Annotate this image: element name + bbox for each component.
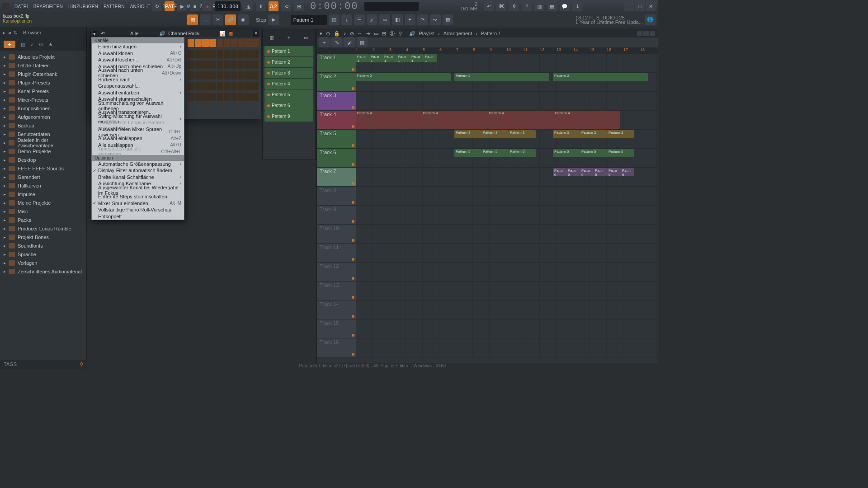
step-cell[interactable] xyxy=(224,71,231,80)
menu-item[interactable]: Auswahl einfärben› xyxy=(92,89,184,96)
track-header[interactable]: Track 2 xyxy=(317,73,356,91)
pattern-selector[interactable]: Pattern 1 xyxy=(291,15,327,25)
step-cell[interactable] xyxy=(231,71,237,80)
menu-pattern[interactable]: PATTERN xyxy=(101,4,127,9)
clip[interactable]: Pa..n 6 xyxy=(566,168,580,176)
step-cell[interactable] xyxy=(238,39,245,47)
menu-item[interactable]: Entfernte Steps stummschalten xyxy=(92,193,184,200)
step-cell[interactable] xyxy=(224,50,231,58)
track-header[interactable]: Track 15 xyxy=(317,319,356,338)
close-button[interactable]: ✕ xyxy=(646,1,656,11)
channel-rack-header[interactable]: ▾ ↶ Alle 🔊 Channel Rack 📊 ▦ ✕ xyxy=(91,29,261,38)
clip[interactable]: Pattern 3 xyxy=(607,130,634,138)
step-cell[interactable] xyxy=(245,61,252,69)
pl-min-button[interactable] xyxy=(637,31,642,36)
track-header[interactable]: Track 8 xyxy=(317,187,356,205)
step-cell[interactable] xyxy=(238,82,245,90)
clip[interactable]: Pattern 5 xyxy=(481,149,509,157)
playlist-window[interactable]: ▾ ⊙ 🔒 ♪ ⊘ ↔ ⇥ ▭ ⊞ Ⓢ ⚲ 🔊 Playlist› Arrang… xyxy=(316,29,658,363)
clip[interactable]: Pattern 3 xyxy=(553,130,580,138)
pl-f-icon[interactable]: ▭ xyxy=(374,31,378,37)
menu-item[interactable]: Auswahl nach unten schiebenAlt+Down xyxy=(92,70,184,76)
track-mute-icon[interactable] xyxy=(352,296,354,299)
step-cell[interactable] xyxy=(188,39,194,47)
browser-item[interactable]: ▸Vorlagen xyxy=(0,258,86,267)
pp-add-icon[interactable]: + xyxy=(288,35,290,40)
clip[interactable]: Pattern 2 xyxy=(454,73,549,81)
step-cell[interactable] xyxy=(224,82,231,90)
cr-filter[interactable]: Alle xyxy=(130,31,138,36)
pattern-item[interactable]: Pattern 6 xyxy=(264,100,313,111)
step-cell[interactable] xyxy=(231,39,237,47)
step-cell[interactable] xyxy=(217,61,223,69)
step-cell[interactable] xyxy=(195,71,202,80)
browser-item[interactable]: ▸EEEE EEEE Sounds xyxy=(0,164,86,173)
browser-item[interactable]: ▸Impulse xyxy=(0,190,86,198)
step-cell[interactable] xyxy=(188,93,194,101)
track-mute-icon[interactable] xyxy=(352,353,354,356)
browser-item[interactable]: ▸Projekt-Bones xyxy=(0,233,86,241)
step-cell[interactable] xyxy=(217,39,223,47)
track-lane[interactable] xyxy=(356,244,658,262)
track-mute-icon[interactable] xyxy=(352,106,354,109)
step-cell[interactable] xyxy=(188,71,194,80)
back-icon[interactable]: ◂ xyxy=(8,30,11,36)
step-cell[interactable] xyxy=(238,71,245,80)
step-cell[interactable] xyxy=(224,39,231,47)
pattern-item[interactable]: Pattern 1 xyxy=(264,46,313,56)
browser-item[interactable]: ▸Backup xyxy=(0,121,86,130)
step-cell[interactable] xyxy=(188,61,194,69)
cr-icon[interactable]: ☰ xyxy=(354,14,365,25)
browser-item[interactable]: ▸Letzte Dateien xyxy=(0,61,86,70)
track-lane[interactable]: Pattern 2Pattern 2Pattern 2 xyxy=(356,73,658,91)
search-icon[interactable]: ⚲ xyxy=(80,361,83,367)
pl-b-icon[interactable]: ♪ xyxy=(344,31,346,36)
track-lane[interactable] xyxy=(356,338,658,357)
step-cell[interactable] xyxy=(238,61,245,69)
track-lane[interactable] xyxy=(356,263,658,281)
reload-icon[interactable]: ↻ xyxy=(152,1,162,11)
channel-options-button[interactable]: ▾ xyxy=(93,31,98,36)
step-cell[interactable] xyxy=(224,61,231,69)
track-lane[interactable] xyxy=(356,92,658,110)
stop-button[interactable]: ■ xyxy=(190,1,200,11)
clip[interactable]: Pa..n 6 xyxy=(607,168,621,176)
menu-item[interactable]: Auswahl klonenAlt+C xyxy=(92,50,184,57)
filter2-icon[interactable]: ♪ xyxy=(31,42,33,47)
time-display[interactable]: 0:00:00 xyxy=(310,1,358,12)
filter1-icon[interactable]: ▥ xyxy=(21,42,25,47)
t2-d-icon[interactable]: ↝ xyxy=(430,14,441,25)
step-cell[interactable] xyxy=(245,93,252,101)
tempo-display[interactable]: 130.000 xyxy=(215,1,241,11)
br-icon[interactable]: ▭ xyxy=(379,14,390,25)
track-mute-icon[interactable] xyxy=(352,277,354,280)
track-header[interactable]: Track 4 xyxy=(317,111,356,129)
track-mute-icon[interactable] xyxy=(352,220,354,223)
menu-item[interactable]: Gruppenauswahl... xyxy=(92,83,184,89)
help-icon[interactable]: ? xyxy=(522,1,532,11)
step-cell[interactable] xyxy=(202,61,209,69)
cr-grid-icon[interactable]: ▦ xyxy=(228,31,233,37)
clip[interactable]: Pattern 3 xyxy=(580,130,607,138)
clip[interactable]: Pattern 2 xyxy=(356,73,451,81)
track-lane[interactable] xyxy=(356,206,658,224)
menu-item[interactable]: Sortieren nach› xyxy=(92,76,184,83)
arrow-icon[interactable]: → xyxy=(200,14,211,25)
pl-max-button[interactable] xyxy=(643,31,649,36)
track-mute-icon[interactable] xyxy=(352,68,354,71)
track-header[interactable]: Track 6 xyxy=(317,149,356,167)
step-cell[interactable] xyxy=(224,93,231,101)
step-cell[interactable] xyxy=(195,39,202,47)
step-cell[interactable] xyxy=(231,61,237,69)
step-cell[interactable] xyxy=(217,71,223,80)
clip[interactable]: Pa..n 1 xyxy=(424,54,437,62)
pp-icon1[interactable]: ▥ xyxy=(269,35,274,41)
step-cell[interactable] xyxy=(209,71,216,80)
track-mute-icon[interactable] xyxy=(352,315,354,318)
save-icon[interactable]: ✀ xyxy=(496,1,506,11)
playlist-ruler[interactable]: 123456789101112131415161718 xyxy=(317,47,658,54)
browser-item[interactable]: ▸Misc xyxy=(0,207,86,216)
clip[interactable]: Pattern 4 xyxy=(554,111,620,129)
menu-item[interactable]: Auswahl freien Mixer-Spuren zuweisenCtrl… xyxy=(92,129,184,136)
download-icon[interactable]: ⬇ xyxy=(572,1,582,11)
